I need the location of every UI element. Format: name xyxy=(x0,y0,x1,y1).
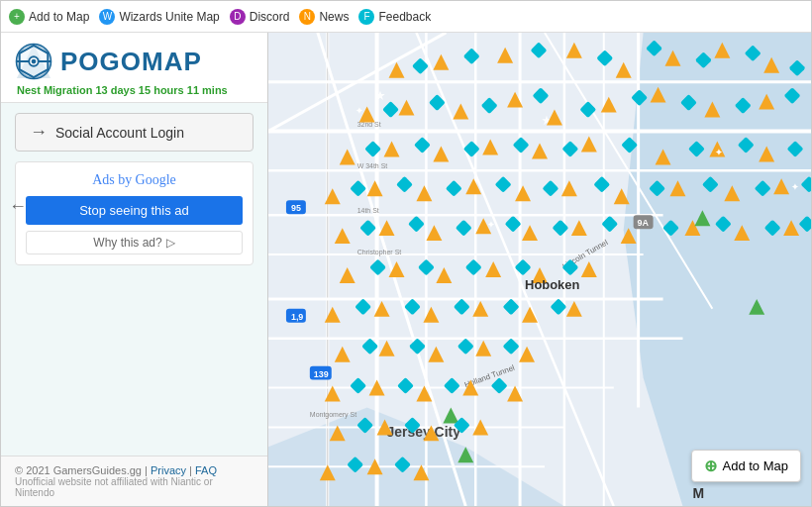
plus-icon: ⊕ xyxy=(704,456,717,475)
discord-icon: D xyxy=(230,9,246,25)
svg-text:139: 139 xyxy=(314,369,329,379)
svg-text:Jersey City: Jersey City xyxy=(387,424,461,440)
social-login-button[interactable]: → Social Account Login xyxy=(15,113,254,152)
sidebar-header: POGOMAP Nest Migration 13 days 15 hours … xyxy=(1,33,267,103)
svg-point-5 xyxy=(32,59,37,64)
why-this-ad-label: Why this ad? xyxy=(93,236,161,250)
news-icon: N xyxy=(299,9,315,25)
back-arrow-button[interactable]: ← xyxy=(9,196,27,217)
add-map-icon: + xyxy=(9,9,25,25)
svg-text:W 34th St: W 34th St xyxy=(357,162,388,169)
copyright-text: © 2021 GamersGuides.gg xyxy=(15,464,142,476)
discord-nav[interactable]: D Discord xyxy=(230,9,290,25)
add-map-label: Add to Map xyxy=(29,10,89,24)
svg-text:14th St: 14th St xyxy=(357,207,379,214)
wizards-label: Wizards Unite Map xyxy=(119,10,219,24)
login-label: Social Account Login xyxy=(55,125,184,141)
privacy-link[interactable]: Privacy xyxy=(151,464,186,476)
why-arrow-icon: ▷ xyxy=(166,236,175,250)
add-to-map-button[interactable]: ⊕ Add to Map xyxy=(691,450,802,482)
news-label: News xyxy=(319,10,349,24)
wizards-nav[interactable]: W Wizards Unite Map xyxy=(99,9,219,25)
logo-text: POGOMAP xyxy=(60,47,202,77)
map-area[interactable]: Lincoln Tunnel Holland Tunnel 32nd St W … xyxy=(268,33,811,506)
feedback-icon: F xyxy=(358,9,374,25)
news-nav[interactable]: N News xyxy=(299,9,349,25)
add-to-map-label: Add to Map xyxy=(723,458,789,473)
sidebar: POGOMAP Nest Migration 13 days 15 hours … xyxy=(1,33,268,506)
why-this-ad-button[interactable]: Why this ad? ▷ xyxy=(26,231,243,254)
wizards-icon: W xyxy=(99,9,115,25)
svg-text:1,9: 1,9 xyxy=(291,312,303,322)
add-to-map-nav[interactable]: + Add to Map xyxy=(9,9,89,25)
svg-text:95: 95 xyxy=(291,203,301,213)
unofficial-text: Unofficial website not affiliated with N… xyxy=(15,476,254,498)
ads-by-google-label: Ads by Google xyxy=(26,172,243,188)
svg-text:✦: ✦ xyxy=(355,106,363,116)
svg-text:Christopher St: Christopher St xyxy=(357,249,402,256)
discord-label: Discord xyxy=(250,10,290,24)
svg-text:✦: ✦ xyxy=(715,148,723,157)
top-nav: + Add to Map W Wizards Unite Map D Disco… xyxy=(1,1,811,33)
main-content: POGOMAP Nest Migration 13 days 15 hours … xyxy=(1,33,811,506)
svg-text:Montgomery St: Montgomery St xyxy=(310,411,356,419)
ads-by-text: Ads by xyxy=(92,172,132,187)
svg-text:✦: ✦ xyxy=(487,220,495,230)
map-svg: Lincoln Tunnel Holland Tunnel 32nd St W … xyxy=(268,33,811,506)
logo-icon xyxy=(15,43,52,80)
sidebar-footer: © 2021 GamersGuides.gg | Privacy | FAQ U… xyxy=(1,456,267,506)
ad-section: Ads by Google Stop seeing this ad Why th… xyxy=(15,161,254,265)
svg-text:✦: ✦ xyxy=(791,182,799,192)
login-icon: → xyxy=(30,122,48,143)
logo-area: POGOMAP xyxy=(15,43,254,80)
feedback-nav[interactable]: F Feedback xyxy=(358,9,431,25)
faq-link[interactable]: FAQ xyxy=(195,464,217,476)
svg-text:9A: 9A xyxy=(638,218,650,228)
google-text: Google xyxy=(136,172,176,187)
feedback-label: Feedback xyxy=(378,10,431,24)
svg-text:Hoboken: Hoboken xyxy=(525,277,579,292)
stop-seeing-button[interactable]: Stop seeing this ad xyxy=(26,196,243,225)
svg-text:M: M xyxy=(692,485,704,501)
nest-migration-text: Nest Migration 13 days 15 hours 11 mins xyxy=(17,84,254,96)
